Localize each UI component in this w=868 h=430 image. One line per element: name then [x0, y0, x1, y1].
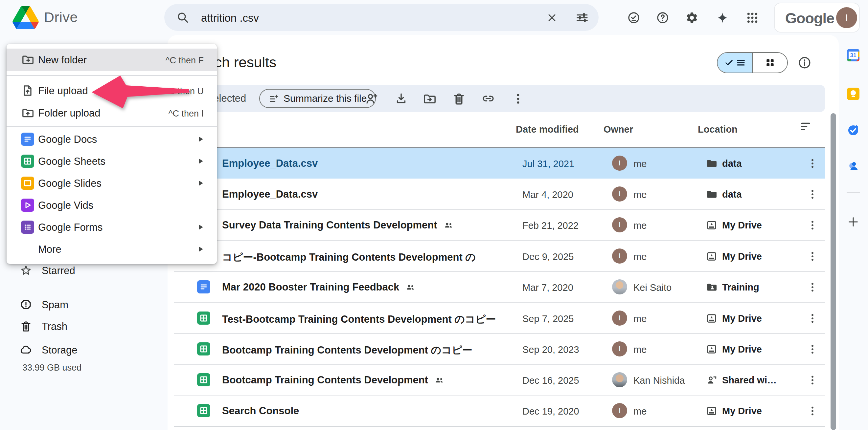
search-input[interactable]: attrition .csv [201, 12, 259, 24]
file-location[interactable]: My Drive [722, 251, 762, 262]
file-location[interactable]: data [722, 189, 742, 200]
drive-logo-icon[interactable] [12, 6, 39, 29]
file-location[interactable]: My Drive [722, 344, 762, 355]
menu-item-google-slides[interactable]: Google Slides [7, 172, 217, 194]
row-more-icon[interactable] [806, 188, 819, 201]
help-icon[interactable] [656, 11, 669, 24]
search-options-icon[interactable] [576, 11, 589, 24]
sidebar-item-trash[interactable]: Trash [0, 317, 164, 336]
row-more-icon[interactable] [806, 219, 819, 231]
submenu-arrow-icon [199, 159, 203, 164]
settings-gear-icon[interactable] [685, 11, 699, 24]
owner-avatar: I [612, 249, 627, 264]
sidebar-item-label: Storage [42, 344, 78, 356]
keep-icon[interactable] [847, 88, 860, 100]
share-add-person-icon[interactable] [365, 92, 378, 106]
table-row[interactable]: Test-Bootcamp Training Contents Developm… [174, 303, 825, 333]
menu-item-google-sheets[interactable]: Google Sheets [7, 150, 217, 172]
contacts-icon[interactable] [847, 160, 860, 172]
tasks-icon[interactable] [847, 124, 860, 137]
table-row[interactable]: Mar 2020 Booster Training Feedback Mar 7… [174, 271, 825, 302]
copy-link-icon[interactable] [481, 92, 495, 106]
file-owner: Kan Nishida [633, 375, 685, 386]
search-icon[interactable] [176, 11, 189, 24]
rail-divider [847, 192, 860, 193]
table-row[interactable]: Survey Data Training Contents Developmen… [174, 209, 825, 240]
file-location[interactable]: Training [722, 282, 759, 293]
folder-upload-icon [21, 106, 34, 120]
offline-status-icon[interactable] [627, 11, 640, 24]
file-name: コピー-Bootcamp Training Contents Developme… [222, 251, 476, 264]
sheets-file-icon [197, 404, 210, 417]
sidebar-item-starred[interactable]: Starred [0, 261, 164, 280]
account-avatar[interactable]: I [836, 7, 857, 28]
file-name: Bootcamp Training Contents Development [222, 374, 444, 386]
menu-item-google-forms[interactable]: Google Forms [7, 216, 217, 238]
menu-item-google-docs[interactable]: Google Docs [7, 128, 217, 150]
owner-avatar-photo [612, 372, 627, 387]
table-row[interactable]: Employee_Data.csv Jul 31, 2021 I me data [174, 148, 825, 178]
list-view-button[interactable] [717, 53, 753, 72]
file-name: Test-Bootcamp Training Contents Developm… [222, 312, 496, 326]
row-more-icon[interactable] [806, 157, 819, 170]
list-view-icon [736, 58, 746, 68]
add-apps-plus-icon[interactable] [847, 215, 860, 228]
table-row[interactable]: Search Console Dec 19, 2020 I me My Driv… [174, 395, 825, 426]
column-header-location[interactable]: Location [698, 124, 738, 135]
menu-item-more[interactable]: More [7, 238, 217, 260]
row-more-icon[interactable] [806, 312, 819, 325]
sidebar-item-spam[interactable]: Spam [0, 295, 164, 315]
column-header-date[interactable]: Date modified [516, 124, 579, 135]
download-icon[interactable] [394, 92, 408, 106]
menu-item-google-vids[interactable]: Google Vids [7, 194, 217, 216]
table-row[interactable]: Bootcamp Training Contents Development D… [174, 364, 825, 395]
apps-grid-icon[interactable] [746, 11, 759, 24]
file-date: Dec 19, 2020 [522, 406, 579, 417]
file-location[interactable]: My Drive [722, 406, 762, 417]
file-date: Sep 7, 2025 [522, 313, 574, 324]
move-to-folder-icon[interactable] [423, 92, 436, 106]
clear-search-icon[interactable] [546, 12, 558, 24]
row-more-icon[interactable] [806, 250, 819, 263]
shared-folder-icon [706, 281, 717, 293]
my-drive-icon [706, 219, 717, 231]
google-docs-icon [21, 133, 34, 146]
menu-item-new-folder[interactable]: New folder ^C then F [7, 48, 217, 71]
view-toggle [717, 52, 788, 73]
row-more-icon[interactable] [806, 374, 819, 386]
row-more-icon[interactable] [806, 405, 819, 417]
sidebar-item-storage[interactable]: Storage [0, 341, 164, 360]
sheets-file-icon [197, 373, 210, 386]
file-location[interactable]: My Drive [722, 313, 762, 324]
row-more-icon[interactable] [806, 343, 819, 356]
table-row[interactable]: Bootcamp Training Contents Development の… [174, 333, 825, 364]
file-name: Employee_Data.csv [222, 189, 318, 200]
summarize-button[interactable]: Summarize this file [259, 89, 376, 108]
menu-item-label: Google Slides [38, 177, 101, 189]
row-more-icon[interactable] [806, 281, 819, 293]
column-header-owner[interactable]: Owner [603, 124, 633, 135]
gemini-sparkle-icon[interactable] [717, 12, 728, 24]
sort-icon[interactable] [799, 120, 812, 133]
table-row[interactable]: コピー-Bootcamp Training Contents Developme… [174, 241, 825, 271]
file-location[interactable]: My Drive [722, 220, 762, 231]
trash-icon[interactable] [452, 92, 466, 106]
details-info-icon[interactable] [798, 56, 811, 70]
scrollbar-thumb[interactable] [831, 113, 836, 430]
file-location[interactable]: data [722, 158, 742, 169]
file-location[interactable]: Shared wi… [722, 375, 777, 386]
grid-view-button[interactable] [753, 53, 787, 72]
menu-item-label: More [38, 243, 61, 255]
file-date: Jul 31, 2021 [522, 159, 574, 169]
menu-item-label: New folder [38, 54, 87, 66]
owner-avatar: I [612, 341, 627, 357]
file-owner: me [633, 159, 647, 169]
file-owner: me [633, 313, 647, 324]
table-row[interactable]: Employee_Data.csv Mar 4, 2020 I me data [174, 178, 825, 209]
file-date: Feb 21, 2022 [522, 220, 579, 231]
calendar-icon[interactable]: 31 [847, 49, 860, 61]
google-forms-icon [21, 221, 34, 234]
shared-people-icon [434, 375, 444, 385]
more-actions-icon[interactable] [511, 92, 525, 106]
file-name: Employee_Data.csv [222, 158, 318, 169]
